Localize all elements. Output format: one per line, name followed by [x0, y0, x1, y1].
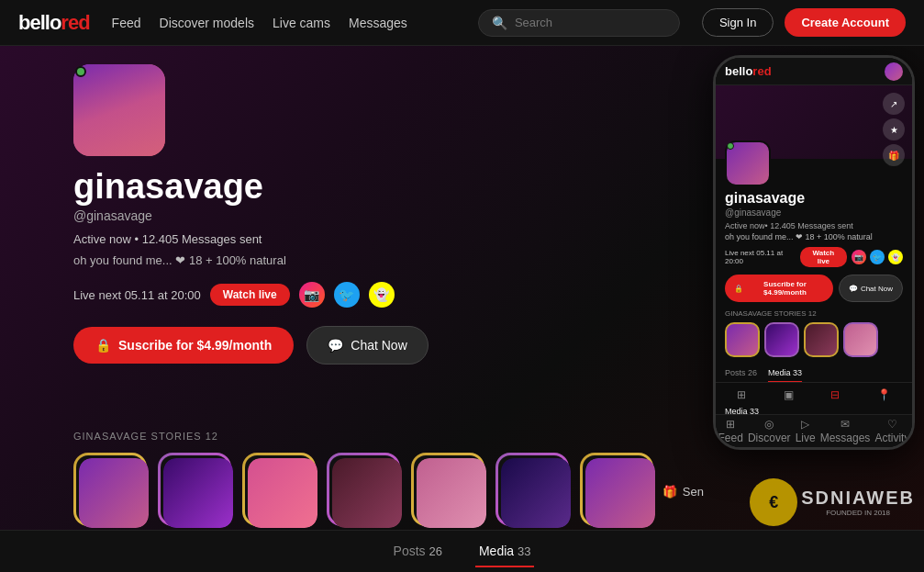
phone-screen: bellored ↗ ★ 🎁 ginasavage @ginasavage [716, 58, 912, 447]
tabs-bar: Posts 26 Media 33 [0, 530, 924, 572]
profile-handle: @ginasavage [73, 208, 429, 223]
chat-icon: 💬 [328, 338, 343, 353]
logo-red: red [61, 11, 89, 34]
snapchat-icon[interactable]: 👻 [369, 282, 395, 308]
story-1[interactable] [73, 453, 147, 526]
phone-nav-activity[interactable]: ♡ Activity [874, 418, 909, 444]
twitter-icon[interactable]: 🐦 [334, 282, 360, 308]
online-indicator [75, 66, 86, 77]
phone-nav-live[interactable]: ▷ Live [796, 418, 816, 444]
nav-links: Feed Discover models Live cams Messages [112, 16, 407, 30]
profile-section: ginasavage @ginasavage Active now • 12.4… [73, 64, 429, 383]
phone-logo: bellored [725, 64, 772, 78]
nav-actions: Sign In Create Account [702, 8, 906, 37]
phone-instagram-icon[interactable]: 📷 [852, 250, 866, 264]
logo: bellored [18, 11, 90, 35]
search-bar: 🔍 [478, 9, 680, 37]
phone-story-4[interactable] [843, 322, 878, 357]
phone-live-icon: ▷ [801, 418, 809, 431]
phone-nav-messages[interactable]: ✉ Messages [820, 418, 871, 444]
story-6[interactable] [495, 453, 569, 526]
search-input[interactable] [515, 16, 666, 29]
story-5[interactable] [411, 453, 484, 526]
phone-twitter-icon[interactable]: 🐦 [870, 250, 885, 264]
phone-handle: @ginasavage [725, 207, 903, 218]
avatar-container [73, 64, 165, 156]
phone-stories-label: GINASAVAGE STORIES 12 [716, 309, 912, 318]
phone-image-icon[interactable]: ⊟ [830, 388, 840, 401]
avatar [73, 64, 165, 156]
search-icon: 🔍 [492, 16, 507, 30]
phone-watch-live-button[interactable]: Watch live [800, 247, 847, 267]
phone-lock-icon: 🔒 [734, 285, 743, 293]
phone-username: ginasavage [725, 190, 903, 207]
phone-stories [716, 322, 912, 357]
story-3[interactable] [242, 453, 316, 526]
signin-button[interactable]: Sign In [702, 8, 774, 37]
create-account-button[interactable]: Create Account [785, 8, 906, 37]
phone-tab-media[interactable]: Media 33 [768, 365, 802, 382]
watermark-text: SDNIAWEB [801, 488, 915, 509]
phone-share-icon[interactable]: ↗ [883, 93, 905, 115]
stories-row [73, 453, 851, 526]
instagram-icon[interactable]: 📷 [299, 282, 325, 308]
phone-chat-icon: 💬 [849, 285, 858, 293]
phone-star-icon[interactable]: ★ [883, 118, 905, 140]
profile-bio: oh you found me... ❤ 18 + 100% natural [73, 253, 429, 267]
phone-nav-feed[interactable]: ⊞ Feed [718, 418, 743, 444]
tab-media[interactable]: Media 33 [475, 536, 535, 567]
nav-feed[interactable]: Feed [112, 16, 141, 30]
phone-tab-posts[interactable]: Posts 26 [725, 365, 757, 382]
story-7[interactable] [580, 453, 653, 526]
phone-social-icons: 📷 🐦 👻 [852, 250, 903, 264]
navbar: bellored Feed Discover models Live cams … [0, 0, 924, 46]
phone-online-dot [727, 142, 734, 150]
nav-discover-models[interactable]: Discover models [160, 16, 254, 30]
phone-live-text: Live next 05.11 at 20:00 [725, 249, 796, 265]
action-buttons: 🔒 Suscribe for $4.99/month 💬 Chat Now [73, 326, 429, 365]
watermark-sub: FOUNDED IN 2018 [801, 509, 915, 517]
phone-nav-discover[interactable]: ◎ Discover [748, 418, 791, 444]
tab-posts[interactable]: Posts 26 [390, 536, 446, 567]
phone-story-1[interactable] [725, 322, 760, 357]
phone-messages-icon: ✉ [841, 418, 850, 431]
phone-profile: ginasavage @ginasavage Active now• 12.40… [716, 140, 912, 267]
profile-username: ginasavage [73, 167, 429, 207]
phone-live-row: Live next 05.11 at 20:00 Watch live 📷 🐦 … [725, 247, 903, 267]
phone-bottom-nav: ⊞ Feed ◎ Discover ▷ Live ✉ Messages ♡ [716, 414, 912, 447]
story-4[interactable] [327, 453, 400, 526]
phone-snapchat-icon[interactable]: 👻 [888, 250, 903, 264]
phone-navbar: bellored [716, 58, 912, 85]
phone-discover-icon: ◎ [764, 418, 774, 431]
phone-media-icons: ⊞ ▣ ⊟ 📍 [716, 388, 912, 401]
phone-subscribe-button[interactable]: 🔒 Suscribe for $4.99/month [725, 275, 833, 302]
phone-nav-avatar [885, 62, 903, 81]
live-schedule-text: Live next 05.11 at 20:00 [73, 288, 201, 302]
main-content: ginasavage @ginasavage Active now • 12.4… [0, 46, 924, 572]
phone-chat-button[interactable]: 💬 Chat Now [839, 275, 903, 302]
phone-action-btns: 🔒 Suscribe for $4.99/month 💬 Chat Now [716, 275, 912, 302]
nav-live-cams[interactable]: Live cams [273, 16, 330, 30]
watermark: € SDNIAWEB FOUNDED IN 2018 [750, 478, 915, 526]
phone-tabs: Posts 26 Media 33 [716, 365, 912, 383]
live-row: Live next 05.11 at 20:00 Watch live 📷 🐦 … [73, 282, 429, 308]
chat-button[interactable]: 💬 Chat Now [306, 326, 428, 365]
social-icons: 📷 🐦 👻 [299, 282, 395, 308]
phone-avatar [725, 140, 771, 186]
phone-grid-icon[interactable]: ⊞ [737, 388, 746, 401]
phone-story-3[interactable] [804, 322, 839, 357]
phone-video-icon[interactable]: ▣ [784, 388, 794, 401]
watermark-symbol: € [750, 478, 797, 526]
subscribe-button[interactable]: 🔒 Suscribe for $4.99/month [73, 327, 294, 364]
nav-messages[interactable]: Messages [349, 16, 407, 30]
phone-location-icon[interactable]: 📍 [877, 388, 891, 401]
active-status: Active now • 12.405 Messages sent [73, 232, 429, 246]
phone-activity-icon: ♡ [887, 418, 897, 431]
phone-bio: oh you found me... ❤ 18 + 100% natural [725, 232, 903, 241]
lock-icon: 🔒 [95, 338, 111, 353]
watch-live-button[interactable]: Watch live [210, 284, 290, 306]
phone-story-2[interactable] [764, 322, 799, 357]
story-2[interactable] [158, 453, 231, 526]
phone-active-status: Active now• 12.405 Messages sent [725, 221, 903, 230]
phone-feed-icon: ⊞ [726, 418, 735, 431]
